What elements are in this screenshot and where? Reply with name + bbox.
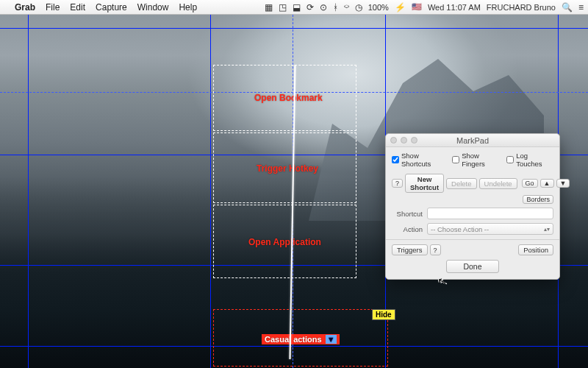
zoom-icon[interactable] bbox=[411, 137, 417, 144]
new-shortcut-button[interactable]: New Shortcut bbox=[405, 174, 444, 193]
battery-icon[interactable]: ⚡ bbox=[395, 2, 406, 13]
status-icon[interactable]: ▦ bbox=[265, 2, 273, 13]
hide-button[interactable]: Hide bbox=[372, 309, 395, 320]
chk-show-shortcuts[interactable]: Show Shortcuts bbox=[392, 152, 448, 168]
nav-up-button[interactable]: ▲ bbox=[540, 179, 554, 188]
action-select[interactable]: -- Choose Action -- ▴▾ bbox=[427, 223, 553, 235]
menu-file[interactable]: File bbox=[46, 2, 60, 13]
bluetooth-icon[interactable]: ᚼ bbox=[333, 2, 338, 13]
dropdown-icon: ▼ bbox=[326, 335, 337, 344]
menubar-user[interactable]: FRUCHARD Bruno bbox=[487, 3, 556, 12]
status-icon[interactable]: ⬓ bbox=[293, 2, 301, 13]
go-button[interactable]: Go bbox=[522, 179, 538, 188]
help-button[interactable]: ? bbox=[392, 179, 403, 188]
region-label-bookmark: Open Bookmark bbox=[254, 93, 323, 103]
done-button[interactable]: Done bbox=[446, 260, 498, 273]
region-label-hotkey: Trigger Hotkey bbox=[257, 163, 318, 174]
region-label-application: Open Application bbox=[248, 237, 321, 247]
label-shortcut: Shortcut bbox=[392, 210, 423, 218]
chk-show-fingers[interactable]: Show Fingers bbox=[452, 152, 502, 168]
label-action: Action bbox=[392, 225, 423, 233]
delete-button[interactable]: Delete bbox=[446, 178, 476, 189]
input-flag[interactable]: 🇺🇸 bbox=[412, 2, 422, 12]
nav-down-button[interactable]: ▼ bbox=[556, 179, 570, 188]
shortcut-input[interactable] bbox=[427, 208, 553, 219]
menu-capture[interactable]: Capture bbox=[96, 2, 127, 13]
status-icon[interactable]: ◳ bbox=[279, 2, 287, 13]
timemachine-icon[interactable]: ◷ bbox=[355, 2, 362, 13]
triggers-help-button[interactable]: ? bbox=[430, 244, 441, 255]
position-button[interactable]: Position bbox=[518, 244, 553, 255]
wifi-icon[interactable]: ⌔ bbox=[344, 2, 349, 13]
spotlight-icon[interactable]: 🔍 bbox=[562, 2, 573, 13]
category-text: Casual actions bbox=[265, 335, 322, 344]
battery-percent[interactable]: 100% bbox=[368, 3, 389, 12]
close-icon[interactable] bbox=[390, 137, 397, 144]
select-arrows-icon: ▴▾ bbox=[544, 226, 550, 233]
chk-log-touches[interactable]: Log Touches bbox=[506, 152, 553, 168]
action-placeholder: -- Choose Action -- bbox=[431, 225, 489, 233]
borders-button[interactable]: Borders bbox=[523, 195, 553, 204]
window-titlebar[interactable]: MarkPad bbox=[386, 134, 559, 147]
category-label[interactable]: Casual actions ▼ bbox=[262, 334, 340, 344]
markpad-window: MarkPad Show Shortcuts Show Fingers Log … bbox=[385, 133, 560, 280]
status-icon[interactable]: ⟳ bbox=[306, 2, 314, 13]
triggers-button[interactable]: Triggers bbox=[392, 244, 428, 255]
macos-menubar: Grab File Edit Capture Window Help ▦ ◳ ⬓… bbox=[0, 0, 588, 15]
minimize-icon[interactable] bbox=[401, 137, 407, 144]
menu-window[interactable]: Window bbox=[137, 2, 169, 13]
app-menu[interactable]: Grab bbox=[15, 2, 35, 13]
status-icon[interactable]: ⊙ bbox=[320, 2, 327, 13]
window-title: MarkPad bbox=[456, 136, 489, 145]
undelete-button[interactable]: Undelete bbox=[479, 178, 517, 189]
menubar-clock[interactable]: Wed 11:07 AM bbox=[428, 3, 481, 12]
notifications-icon[interactable]: ≡ bbox=[578, 2, 584, 13]
menu-help[interactable]: Help bbox=[179, 2, 197, 13]
menu-edit[interactable]: Edit bbox=[70, 2, 85, 13]
